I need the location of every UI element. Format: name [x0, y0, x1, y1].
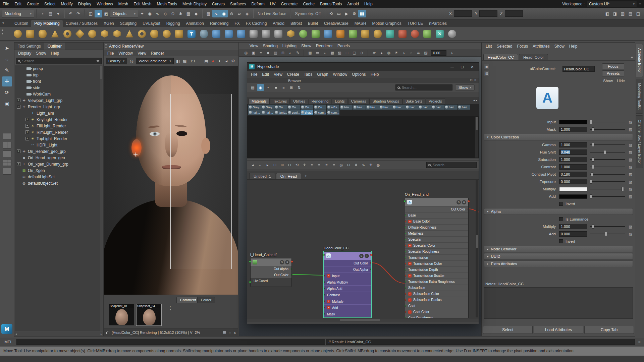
hypershade-titlebar[interactable]: M Hypershade —▢✕: [247, 63, 479, 71]
attr-row-out-alpha[interactable]: Out Alpha: [251, 266, 291, 272]
add-to-graph-icon[interactable]: ⊞: [279, 162, 286, 168]
select-handles-icon[interactable]: ✦: [138, 10, 146, 17]
bevel-icon[interactable]: [360, 28, 371, 40]
attr-row-base[interactable]: Base: [405, 212, 468, 218]
material-swatch[interactable]: hair...: [366, 105, 379, 110]
safe-title-icon[interactable]: ▢: [351, 50, 358, 56]
occlusion-icon[interactable]: ◌: [408, 50, 415, 56]
input-port-metalness[interactable]: [405, 232, 406, 235]
image-plane-icon[interactable]: ▤: [272, 50, 279, 56]
category-tab-utilities[interactable]: Utilities: [290, 98, 308, 104]
frame-all-icon[interactable]: ⊡: [345, 162, 352, 168]
select-component-icon[interactable]: ◩: [102, 10, 110, 17]
browser-scrollbar[interactable]: [475, 117, 478, 158]
bridge-icon[interactable]: [372, 28, 383, 40]
slider-contrast[interactable]: [590, 165, 625, 169]
render-camera-selector[interactable]: WorkCamShape▾: [136, 58, 174, 64]
map-button-add[interactable]: ▨: [628, 232, 633, 237]
outliner-item-persp[interactable]: persp: [15, 65, 100, 72]
swatch-toggle-icon[interactable]: S: [457, 200, 461, 204]
material-swatch[interactable]: xgm...: [314, 110, 326, 115]
tool-settings-toggle-icon[interactable]: ◨: [611, 10, 619, 17]
slider-handle[interactable]: [592, 165, 594, 169]
select-curves-icon[interactable]: ∿: [154, 10, 161, 17]
section-alpha[interactable]: ▾Alpha: [484, 208, 633, 215]
input-port-contrast[interactable]: [324, 294, 325, 296]
map-button-multiply[interactable]: ▨: [628, 187, 633, 192]
menu-display[interactable]: Display: [75, 0, 94, 8]
outliner-item-ori-head-xgen-geo[interactable]: ◆Ori_Head_xgen_geo: [15, 155, 100, 161]
pan-zoom-icon[interactable]: ⊞: [279, 50, 286, 56]
menu-help[interactable]: Help: [362, 0, 375, 8]
clear-graph-icon[interactable]: ⊟: [271, 162, 278, 168]
outliner-scrollbar[interactable]: [100, 65, 103, 331]
select-surfaces-icon[interactable]: ◇: [161, 10, 169, 17]
attr-row-specular[interactable]: Specular: [405, 236, 468, 242]
focus-button[interactable]: Focus: [602, 63, 624, 69]
material-swatch[interactable]: shad...: [301, 110, 313, 115]
snapshot-scroll-icons[interactable]: ▴▾: [170, 305, 171, 311]
attr-row-contrast[interactable]: Contrast: [324, 292, 371, 298]
aov-selector[interactable]: Beauty▾: [106, 58, 127, 64]
outliner-item-ori-xgen-dummy-grp[interactable]: +✛Ori_xgen_Dummy_grp: [15, 161, 100, 167]
shelf-tab-fx-caching[interactable]: FX Caching: [243, 20, 270, 27]
value-field-contrast-pivot[interactable]: 0.180: [559, 172, 587, 177]
attr-row-coat-roughness[interactable]: Coat Roughness: [405, 315, 468, 318]
shelf-tab-xgen[interactable]: XGen: [101, 20, 117, 27]
shelf-tab-arnold[interactable]: Arnold: [270, 20, 287, 27]
average-vertices-icon[interactable]: [446, 28, 458, 40]
lock-camera-icon[interactable]: ▣: [250, 50, 257, 56]
ae-menu-show[interactable]: Show: [552, 44, 567, 49]
checkbox-invert[interactable]: [559, 239, 563, 243]
node-menu-icon[interactable]: ≡: [285, 260, 289, 264]
menu-file[interactable]: File: [0, 0, 12, 8]
shelf-tab-custom[interactable]: Custom: [11, 20, 31, 27]
workspace-menu-icon[interactable]: ≡: [639, 2, 641, 6]
shelf-menu-icon[interactable]: ▾: [2, 21, 4, 25]
ae-menu-help[interactable]: Help: [567, 44, 580, 49]
workspace-selector[interactable]: Custom UI* ▾: [587, 1, 637, 7]
attr-row-input[interactable]: +Input: [324, 273, 371, 279]
move-tool-icon[interactable]: ✛: [2, 76, 12, 86]
snap-point-icon[interactable]: ◉: [220, 10, 228, 17]
value-field-exposure[interactable]: 0.000: [559, 179, 587, 184]
menu-cache[interactable]: Cache: [300, 0, 317, 8]
slider-handle[interactable]: [590, 120, 592, 124]
display-mode-icon[interactable]: ◧: [175, 58, 181, 64]
material-swatch[interactable]: Ori...: [287, 105, 300, 110]
input-port-coat[interactable]: [405, 305, 406, 307]
resolution-gate-icon[interactable]: ▫: [321, 50, 328, 56]
pin-nodes-icon[interactable]: ✛: [301, 162, 308, 168]
material-swatch[interactable]: hair...: [392, 105, 405, 110]
grid-icon[interactable]: ▦: [307, 50, 314, 56]
copy-tab-button[interactable]: Copy Tab: [584, 326, 634, 334]
undo-icon[interactable]: ↶: [67, 10, 74, 17]
node-header[interactable]: S≡: [251, 258, 291, 266]
extrude-icon[interactable]: [347, 28, 359, 40]
align-top-icon[interactable]: ≡: [308, 162, 315, 168]
poly-pyramid-icon[interactable]: [124, 28, 135, 40]
value-field-multiply[interactable]: 1.000: [559, 224, 587, 229]
input-port-specular-color[interactable]: [405, 244, 406, 247]
multi-cut-icon[interactable]: [397, 28, 408, 40]
outliner-item-ori-xgen[interactable]: ▤Ori_Xgen: [15, 167, 100, 174]
input-port-transmission-scatter[interactable]: [405, 275, 406, 277]
material-swatch[interactable]: xgm...: [327, 110, 339, 115]
fill-hole-icon[interactable]: [285, 28, 297, 40]
header-output-port[interactable]: [291, 260, 293, 263]
node-menu-icon[interactable]: ≡: [365, 254, 369, 258]
boolean-intersection-icon[interactable]: [235, 28, 247, 40]
select-misc-icon[interactable]: ◆: [192, 10, 200, 17]
poly-pipe-icon[interactable]: [136, 28, 148, 40]
snapshot-thumbnail[interactable]: Snapshot_01: [109, 304, 134, 326]
material-swatch[interactable]: hair...: [261, 110, 274, 115]
attr-row-out-alpha[interactable]: Out Alpha: [324, 266, 371, 273]
expander-icon[interactable]: +: [25, 130, 29, 134]
browser-search-input[interactable]: [402, 85, 450, 89]
select-hierarchy-icon[interactable]: ◫: [87, 10, 95, 17]
input-port-transmission-depth[interactable]: [405, 268, 406, 271]
script-editor-icon[interactable]: ≡: [636, 340, 643, 344]
align-middle-icon[interactable]: ≡: [316, 162, 323, 168]
menu-generate[interactable]: Generate: [278, 0, 300, 8]
shelf-tab-creativecase[interactable]: CreativeCase: [321, 20, 352, 27]
